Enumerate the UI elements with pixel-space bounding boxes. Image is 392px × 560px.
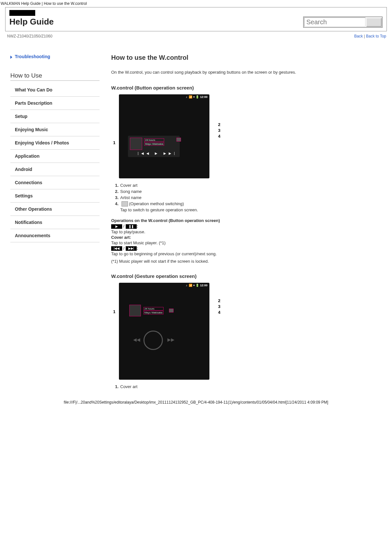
footnote-1: (*1) Music player will not start if the … — [111, 259, 386, 264]
chevron-right-icon — [10, 56, 12, 59]
callout-1: 1 — [113, 309, 115, 314]
nav-item-what-you-can-do[interactable]: What You Can Do — [10, 83, 100, 97]
next-icon: ▶▶| — [126, 246, 137, 251]
prevnext-desc: Tap to go to beginning of previous (or c… — [111, 251, 386, 256]
nav-item-connections[interactable]: Connections — [10, 176, 100, 189]
callout-2: 2 — [218, 298, 220, 303]
switch-icon — [122, 201, 128, 206]
figure-switch-icon — [169, 309, 174, 312]
gesture-circle-icon — [143, 331, 163, 350]
figure-song-info: 24 hours Mayu Wakisaka — [144, 138, 164, 146]
status-bar: ♪ 📶 ▾ 🔋 12:00 — [186, 284, 207, 287]
footer-path: file:///F|/...20and%20Settings/editorala… — [0, 395, 392, 407]
window-title: WALKMAN Help Guide | How to use the W.co… — [0, 0, 392, 7]
figure-song-name: 24 hours — [143, 307, 164, 311]
search-container — [303, 16, 383, 28]
colon: : — [137, 246, 138, 251]
cover-art-desc: Tap to start Music player. (*1) — [111, 240, 386, 245]
figure-artist-name: Mayu Wakisaka — [143, 311, 164, 314]
figure-cover-art — [129, 305, 141, 316]
search-input[interactable] — [304, 17, 366, 27]
nav-list: What You Can Do Parts Description Setup … — [10, 83, 100, 242]
legend-list-1: 1.Cover art 2.Song name 3.Artist name 4.… — [115, 183, 386, 213]
legend-text: (Operation method switching) — [128, 201, 184, 206]
how-to-use-heading: How to Use — [10, 72, 100, 81]
play-desc: Tap to play/pause. — [111, 229, 386, 234]
figure-artist-name: Mayu Wakisaka — [144, 142, 164, 146]
gesture-prev-icon: ◀◀ — [133, 337, 140, 342]
operations-heading-1: Operations on the W.control (Button oper… — [111, 218, 386, 223]
nav-item-other-operations[interactable]: Other Operations — [10, 203, 100, 216]
legend-num: 4. — [115, 201, 120, 206]
figure-gesture-screen: ♪ 📶 ▾ 🔋 12:00 24 hours Mayu Wakisaka ◀◀ … — [119, 283, 209, 380]
figure-button-screen: ♪ 📶 ▾ 🔋 12:00 24 hours Mayu Wakisaka |◀◀… — [119, 94, 209, 178]
legend-text: Song name — [120, 189, 142, 194]
nav-item-enjoying-music[interactable]: Enjoying Music — [10, 123, 100, 136]
prev-icon: |◀◀ — [111, 246, 122, 251]
figure-g-info: 24 hours Mayu Wakisaka — [129, 305, 174, 316]
nav-item-android[interactable]: Android — [10, 163, 100, 176]
model-text: NWZ-Z1040/Z1050/Z1060 — [7, 34, 52, 38]
section-1-heading: W.control (Button operation screen) — [111, 85, 386, 90]
nav-item-settings[interactable]: Settings — [10, 189, 100, 203]
callout-4: 4 — [218, 310, 220, 315]
search-button[interactable] — [366, 18, 382, 27]
callout-4: 4 — [218, 134, 220, 139]
callout-3: 3 — [218, 128, 220, 133]
legend-item: 1.Cover art — [115, 183, 386, 188]
back-link[interactable]: Back — [354, 34, 363, 38]
gesture-next-icon: ▶▶ — [167, 337, 175, 342]
nav-item-enjoying-videos-photos[interactable]: Enjoying Videos / Photos — [10, 136, 100, 150]
figure-1-wrap: ♪ 📶 ▾ 🔋 12:00 24 hours Mayu Wakisaka |◀◀… — [119, 94, 209, 178]
figure-switch-icon — [176, 138, 181, 142]
figure-song-name: 24 hours — [144, 138, 164, 142]
nav-item-notifications[interactable]: Notifications — [10, 216, 100, 229]
figure-2-wrap: ♪ 📶 ▾ 🔋 12:00 24 hours Mayu Wakisaka ◀◀ … — [119, 283, 209, 380]
article-title: How to use the W.control — [111, 54, 386, 61]
nav-item-setup[interactable]: Setup — [10, 110, 100, 123]
colon: : — [137, 224, 138, 228]
sony-logo — [9, 10, 35, 16]
legend-num: 3. — [115, 195, 120, 200]
legend-num: 1. — [115, 384, 120, 389]
nav-item-announcements[interactable]: Announcements — [10, 229, 100, 242]
legend-num: 1. — [115, 183, 120, 188]
legend-item: 3.Artist name — [115, 195, 386, 200]
legend-text: Artist name — [120, 195, 142, 200]
section-2-heading: W.control (Gesture operation screen) — [111, 273, 386, 279]
callout-2: 2 — [218, 122, 220, 127]
wcontrol-widget: 24 hours Mayu Wakisaka |◀◀ ▶ ▶▶| — [128, 136, 180, 157]
prev-next-row: |◀◀ / ▶▶|: — [111, 246, 386, 251]
troubleshooting-link[interactable]: Troubleshooting — [10, 54, 100, 59]
sidebar: Troubleshooting How to Use What You Can … — [6, 54, 100, 395]
nav-item-application[interactable]: Application — [10, 150, 100, 163]
play-pause-row: ▶ / ❚❚: — [111, 224, 386, 229]
status-time: 12:00 — [200, 95, 207, 99]
status-time: 12:00 — [200, 284, 207, 287]
legend-text: Cover art — [120, 384, 137, 389]
article-intro: On the W.control, you can control song p… — [111, 69, 386, 76]
cover-art-label: Cover art: — [111, 235, 386, 240]
back-to-top-link[interactable]: Back to Top — [366, 34, 386, 38]
legend-item: 4. (Operation method switching) Tap to s… — [115, 201, 386, 213]
legend-num: 2. — [115, 189, 120, 194]
subheader: NWZ-Z1040/Z1050/Z1060 Back | Back to Top — [0, 31, 392, 41]
main-content: How to use the W.control On the W.contro… — [100, 54, 386, 395]
pause-icon: ❚❚ — [126, 224, 137, 229]
nav-item-parts-description[interactable]: Parts Description — [10, 97, 100, 110]
legend-list-2: 1.Cover art — [115, 384, 386, 389]
play-icon: ▶ — [111, 224, 122, 229]
figure-playback-buttons: |◀◀ ▶ ▶▶| — [138, 152, 177, 155]
page-title: Help Guide — [9, 17, 54, 27]
status-bar: ♪ 📶 ▾ 🔋 12:00 — [186, 95, 207, 99]
legend-sub: Tap to switch to gesture operation scree… — [120, 207, 386, 212]
callout-3: 3 — [218, 304, 220, 309]
legend-item: 1.Cover art — [115, 384, 386, 389]
callout-1: 1 — [113, 140, 115, 145]
troubleshooting-label: Troubleshooting — [15, 54, 50, 59]
legend-text: Cover art — [120, 183, 137, 188]
figure-cover-art — [130, 138, 142, 150]
header: Help Guide — [5, 7, 387, 31]
legend-item: 2.Song name — [115, 189, 386, 194]
back-links: Back | Back to Top — [354, 34, 386, 38]
